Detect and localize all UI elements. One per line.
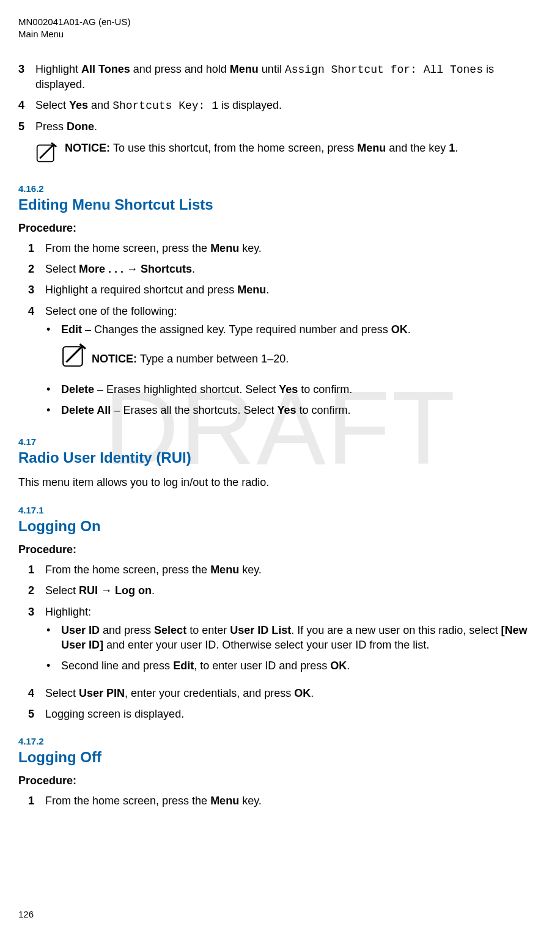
arrow: → [98, 584, 115, 597]
bold: 1 [449, 142, 455, 154]
text: . [192, 263, 195, 275]
bold: Shortcuts [141, 263, 192, 275]
step: 3 Highlight a required shortcut and pres… [18, 282, 543, 297]
section-number: 4.17 [18, 436, 543, 447]
bullet-item: • Delete All – Erases all the shortcuts.… [45, 403, 543, 417]
bold: Log on [115, 584, 152, 597]
text: and press and hold [130, 63, 230, 75]
step-number: 3 [28, 282, 45, 297]
notice-label: NOTICE: [92, 353, 140, 365]
bold: OK [330, 660, 347, 672]
bold: Menu [230, 63, 259, 75]
text: key. [239, 795, 262, 807]
text: to confirm. [298, 383, 352, 395]
bullet-body: Edit – Changes the assigned key. Type re… [61, 322, 543, 376]
text: to confirm. [297, 404, 351, 416]
bullet-dot: • [45, 658, 61, 673]
procedure-label: Procedure: [18, 774, 543, 787]
bold: User PIN [79, 687, 125, 699]
body-text: This menu item allows you to log in/out … [18, 475, 543, 490]
text: Select one of the following: [45, 305, 177, 317]
bold: Edit [173, 660, 194, 672]
step-number: 1 [28, 241, 45, 256]
bullet-body: Second line and press Edit, to enter use… [61, 658, 543, 673]
text mid: to enter [186, 624, 230, 636]
notice-text: NOTICE: Type a number between 1–20. [92, 351, 289, 369]
step-number: 5 [28, 707, 45, 721]
step-number: 3 [28, 605, 45, 680]
notice-block: NOTICE: Type a number between 1–20. [61, 343, 543, 369]
text: – Erases highlighted shortcut. Select [94, 383, 279, 395]
bold: Menu [210, 795, 239, 807]
step-number: 1 [28, 562, 45, 577]
text: From the home screen, press the [45, 564, 210, 576]
step: 2 Select RUI → Log on. [18, 583, 543, 598]
text: . [266, 284, 269, 296]
step-4: 4 Select Yes and Shortcuts Key: 1 is dis… [18, 98, 543, 113]
notice-block: NOTICE: To use this shortcut, from the h… [18, 141, 543, 164]
code: Assign Shortcut for: All Tones [285, 64, 483, 76]
step: 1 From the home screen, press the Menu k… [18, 793, 543, 808]
step-body: Select More . . . → Shortcuts. [45, 262, 543, 276]
code: Shortcuts Key: 1 [112, 100, 218, 112]
bullet-item: • Second line and press Edit, to enter u… [45, 658, 543, 673]
bullet-item: • User ID and press Select to enter User… [45, 623, 543, 653]
step-number: 4 [28, 304, 45, 424]
page-content: 3 Highlight All Tones and press and hold… [18, 62, 543, 809]
text: . If you are a new user on this radio, s… [291, 624, 501, 636]
bullet-body: User ID and press Select to enter User I… [61, 623, 543, 653]
step-number: 4 [18, 98, 35, 113]
bullet-body: Delete – Erases highlighted shortcut. Se… [61, 382, 543, 397]
text: Select [45, 263, 79, 275]
notice-label: NOTICE: [65, 142, 113, 154]
bullet-item: • Delete – Erases highlighted shortcut. … [45, 382, 543, 397]
bold: Yes [69, 99, 88, 111]
document-page: MN002041A01-AG (en-US) Main Menu DRAFT 3… [0, 0, 560, 934]
section-title: Radio User Identity (RUI) [18, 449, 543, 466]
bold: Menu [210, 242, 239, 254]
bold: All Tones [81, 63, 130, 75]
text: and enter your user ID. Otherwise select… [103, 639, 429, 651]
bullet-item: • Edit – Changes the assigned key. Type … [45, 322, 543, 376]
text: – Changes the assigned key. Type require… [82, 323, 391, 336]
step-body: Logging screen is displayed. [45, 707, 543, 721]
text: Press [35, 120, 67, 133]
step-body: Highlight All Tones and press and hold M… [35, 62, 543, 92]
step-body: Select User PIN, enter your credentials,… [45, 686, 543, 700]
bold: OK [294, 687, 311, 699]
text: Second line and press [61, 660, 173, 672]
step-body: Highlight: • User ID and press Select to… [45, 605, 543, 680]
step-number: 2 [28, 262, 45, 276]
step: 4 Select one of the following: • Edit – … [18, 304, 543, 424]
bullet-dot: • [45, 623, 61, 653]
notice-text: NOTICE: To use this shortcut, from the h… [65, 141, 458, 164]
text: Highlight: [45, 606, 91, 618]
text: . [94, 120, 97, 133]
step-5: 5 Press Done. [18, 119, 543, 134]
step: 5 Logging screen is displayed. [18, 707, 543, 721]
step-body: Select Yes and Shortcuts Key: 1 is displ… [35, 98, 543, 113]
text: , to enter user ID and press [194, 660, 330, 672]
section-number: 4.17.2 [18, 736, 543, 746]
step-body: Press Done. [35, 119, 543, 134]
text: key. [239, 564, 262, 576]
step-body: From the home screen, press the Menu key… [45, 241, 543, 256]
text: – Erases all the shortcuts. Select [111, 404, 277, 416]
bold: Yes [278, 404, 297, 416]
step-body: Select one of the following: • Edit – Ch… [45, 304, 543, 424]
text: Select [35, 99, 69, 111]
step-body: Highlight a required shortcut and press … [45, 282, 543, 297]
bold: Delete [61, 383, 94, 395]
section-title: Editing Menu Shortcut Lists [18, 196, 543, 213]
doc-code: MN002041A01-AG (en-US) [18, 16, 543, 28]
bold: Menu [237, 284, 266, 296]
bold: Edit [61, 323, 82, 336]
step: 4 Select User PIN, enter your credential… [18, 686, 543, 700]
bullet-body: Delete All – Erases all the shortcuts. S… [61, 403, 543, 417]
bold: User ID [61, 624, 100, 636]
step: 2 Select More . . . → Shortcuts. [18, 262, 543, 276]
text: From the home screen, press the [45, 242, 210, 254]
procedure-label: Procedure: [18, 543, 543, 556]
notice-icon [35, 142, 57, 164]
section-number: 4.17.1 [18, 505, 543, 515]
